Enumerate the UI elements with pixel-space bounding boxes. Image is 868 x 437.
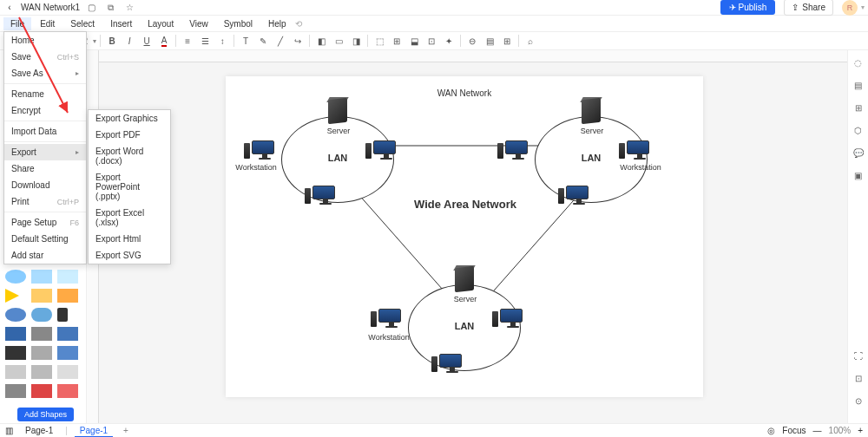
layer-icon[interactable]: ▤ (482, 33, 497, 49)
layers-icon[interactable]: ⊞ (852, 101, 865, 114)
add-shapes-button[interactable]: Add Shapes (17, 408, 74, 421)
server-label-3: Server (439, 295, 491, 303)
menu-edit[interactable]: Edit (33, 17, 62, 30)
focus-icon[interactable]: ◎ (767, 426, 775, 435)
effects-icon[interactable]: ✦ (441, 33, 457, 49)
shape-library[interactable] (0, 248, 86, 402)
file-menu-item-save[interactable]: SaveCtrl+S (4, 49, 86, 65)
export-menu-item-export-excel-xlsx-[interactable]: Export Excel (.xlsx) (89, 205, 170, 231)
file-menu-item-page-setup[interactable]: Page SetupF6 (4, 214, 86, 231)
file-menu-item-add-star[interactable]: Add star (4, 247, 86, 264)
theme-icon[interactable]: ◌ (852, 55, 865, 69)
file-menu-item-default-setting[interactable]: Default Setting (4, 231, 86, 247)
menu-symbol[interactable]: Symbol (217, 17, 260, 30)
fit-icon[interactable]: ⊡ (852, 371, 865, 385)
cube-icon[interactable]: ⬡ (852, 123, 865, 137)
export-menu-item-export-graphics[interactable]: Export Graphics (89, 110, 170, 127)
history-icon[interactable]: ▣ (852, 168, 865, 182)
menu-file[interactable]: File (3, 17, 31, 30)
zoom-out-icon[interactable]: + (858, 426, 863, 435)
search-icon[interactable]: ⌕ (523, 33, 538, 49)
fullscreen-icon[interactable]: ⛶ (852, 349, 865, 362)
text-tool-icon[interactable]: T (238, 33, 253, 49)
fontsize-dropdown-icon[interactable]: ▾ (93, 37, 96, 45)
menu-layout[interactable]: Layout (141, 17, 181, 30)
export-menu-item-export-pdf[interactable]: Export PDF (89, 127, 170, 143)
export-menu-item-export-word-docx-[interactable]: Export Word (.docx) (89, 143, 170, 169)
folder-icon[interactable]: ▢ (85, 2, 99, 14)
menu-insert[interactable]: Insert (103, 17, 139, 30)
server-icon-2[interactable] (580, 97, 602, 127)
back-button[interactable]: ‹ (3, 3, 16, 12)
export-menu-item-export-svg[interactable]: Export SVG (89, 247, 170, 264)
file-menu-item-download[interactable]: Download (4, 177, 86, 193)
pages-icon[interactable]: ▥ (5, 426, 13, 435)
page-tab-left[interactable]: Page-1 (20, 425, 58, 436)
workstation-icon-2c[interactable] (566, 186, 592, 206)
menu-view[interactable]: View (182, 17, 215, 30)
file-menu-item-import-data[interactable]: Import Data (4, 123, 86, 140)
file-menu-item-save-as[interactable]: Save As▸ (4, 65, 86, 82)
avatar[interactable]: R (842, 0, 858, 16)
file-menu-item-share[interactable]: Share (4, 160, 86, 177)
connector-icon[interactable]: ↪ (290, 33, 306, 49)
list-icon[interactable]: ☰ (197, 33, 213, 49)
align-icon[interactable]: ≡ (180, 33, 195, 49)
file-menu-item-print[interactable]: PrintCtrl+P (4, 193, 86, 210)
zoom-in-icon[interactable]: — (813, 426, 822, 435)
fill-icon[interactable]: ◧ (313, 33, 329, 49)
distribute-icon[interactable]: ⊞ (389, 33, 404, 49)
menu-select[interactable]: Select (63, 17, 102, 30)
file-menu-item-export[interactable]: Export▸ (4, 144, 86, 160)
workstation-icon-3a[interactable] (378, 309, 404, 329)
arrange-icon[interactable]: ⬚ (372, 33, 387, 49)
ruler-icon[interactable]: ⊞ (499, 33, 515, 49)
export-menu-item-export-powerpoint-pptx-[interactable]: Export PowerPoint (.pptx) (89, 169, 170, 205)
workstation-icon-2a[interactable] (505, 140, 531, 161)
italic-icon[interactable]: I (122, 33, 137, 49)
file-menu-item-rename[interactable]: Rename (4, 86, 86, 102)
document-title[interactable]: WAN Network1 (21, 3, 80, 12)
workstation-icon-1c[interactable] (312, 186, 339, 206)
share-button[interactable]: ⇪ Share (784, 0, 833, 16)
help-icon[interactable]: ⟲ (295, 19, 302, 29)
workstation-icon-1a[interactable] (252, 140, 278, 161)
star-icon[interactable]: ☆ (123, 2, 137, 14)
pen-tool-icon[interactable]: ✎ (255, 33, 271, 49)
line-tool-icon[interactable]: ╱ (273, 33, 288, 49)
page-icon[interactable]: ▤ (852, 78, 865, 92)
publish-button[interactable]: ✈ Publish (720, 0, 776, 15)
workstation-icon-3c[interactable] (439, 354, 465, 375)
canvas-area[interactable]: WAN Network LAN Server Workstation LAN S… (87, 50, 847, 423)
drawing-canvas[interactable]: WAN Network LAN Server Workstation LAN S… (226, 76, 703, 397)
lock-icon[interactable]: ⊖ (464, 33, 480, 49)
file-menu-item-home[interactable]: Home (4, 32, 86, 49)
lineheight-icon[interactable]: ↕ (214, 33, 230, 49)
comment-icon[interactable]: 💬 (852, 146, 865, 160)
menu-help[interactable]: Help (261, 17, 293, 30)
bold-icon[interactable]: B (104, 33, 120, 49)
focus-label[interactable]: Focus (782, 426, 806, 435)
page-tab-active[interactable]: Page-1 (75, 425, 113, 437)
ruler-horizontal (87, 50, 847, 62)
stroke-icon[interactable]: ▭ (331, 33, 346, 49)
copy-icon[interactable]: ⧉ (104, 2, 118, 14)
zoom-level[interactable]: 100% (829, 426, 852, 435)
workstation-icon-2b[interactable] (627, 140, 653, 161)
shadow-icon[interactable]: ◨ (348, 33, 364, 49)
avatar-dropdown-icon[interactable]: ▾ (861, 3, 865, 11)
export-menu-item-export-html[interactable]: Export Html (89, 231, 170, 247)
zoom-icon[interactable]: ⊙ (852, 394, 865, 408)
server-icon-1[interactable] (326, 97, 349, 127)
menu-bar: File Edit Select Insert Layout View Symb… (0, 16, 868, 31)
arrange2-icon[interactable]: ⊡ (424, 33, 439, 49)
underline-icon[interactable]: U (139, 33, 155, 49)
group-icon[interactable]: ⬓ (406, 33, 422, 49)
add-page-button[interactable]: + (120, 426, 132, 435)
workstation-icon-1b[interactable] (373, 140, 399, 161)
fontcolor-icon[interactable]: A (156, 33, 172, 49)
file-menu-item-encrypt[interactable]: Encrypt (4, 102, 86, 119)
server-icon-3[interactable] (453, 265, 476, 295)
server-label-1: Server (312, 127, 365, 135)
workstation-icon-3b[interactable] (500, 309, 526, 329)
